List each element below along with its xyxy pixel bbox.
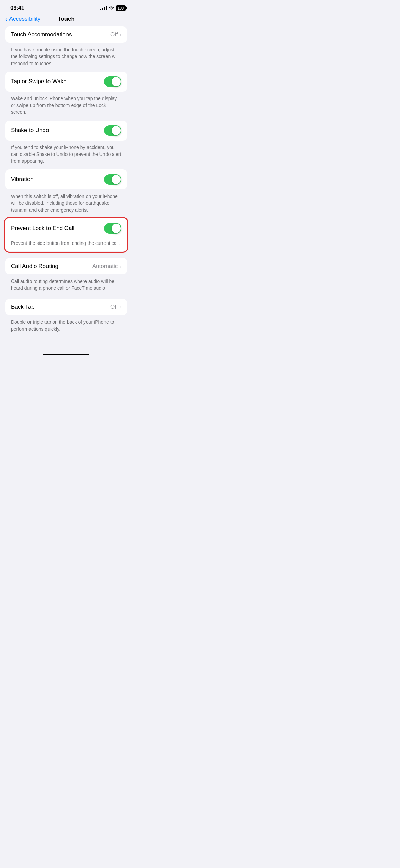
back-label: Accessibility	[9, 16, 41, 22]
back-tap-description: Double or triple tap on the back of your…	[0, 315, 132, 337]
vibration-row[interactable]: Vibration	[5, 169, 127, 189]
shake-to-undo-label: Shake to Undo	[11, 127, 49, 134]
toggle-knob	[112, 77, 121, 86]
back-tap-value: Off ›	[110, 304, 121, 310]
toggle-knob	[112, 126, 121, 135]
touch-accommodations-value: Off ›	[110, 31, 121, 38]
status-icons: 100	[100, 5, 126, 11]
back-tap-card: Back Tap Off ›	[5, 299, 127, 315]
call-audio-row[interactable]: Call Audio Routing Automatic ›	[5, 258, 127, 274]
back-tap-value-text: Off	[110, 304, 118, 310]
tap-or-swipe-toggle[interactable]	[104, 76, 121, 87]
tap-or-swipe-card: Tap or Swipe to Wake	[5, 72, 127, 92]
prevent-lock-row[interactable]: Prevent Lock to End Call	[11, 223, 121, 237]
touch-accommodations-row[interactable]: Touch Accommodations Off ›	[5, 26, 127, 43]
call-audio-value-text: Automatic	[92, 263, 118, 270]
prevent-lock-card: Prevent Lock to End Call Prevent the sid…	[5, 218, 127, 251]
vibration-label: Vibration	[11, 176, 34, 183]
status-time: 09:41	[10, 5, 24, 12]
touch-accommodations-label: Touch Accommodations	[11, 31, 72, 38]
vibration-card: Vibration	[5, 169, 127, 189]
prevent-lock-inner: Prevent Lock to End Call	[5, 218, 127, 237]
battery-level: 100	[118, 6, 124, 10]
tap-or-swipe-description: Wake and unlock iPhone when you tap the …	[0, 92, 132, 121]
shake-to-undo-card: Shake to Undo	[5, 121, 127, 141]
vibration-toggle[interactable]	[104, 174, 121, 185]
prevent-lock-toggle[interactable]	[104, 223, 121, 234]
call-audio-label: Call Audio Routing	[11, 263, 58, 270]
call-audio-value: Automatic ›	[92, 263, 121, 270]
content: Touch Accommodations Off › If you have t…	[0, 26, 132, 348]
toggle-knob	[112, 175, 121, 184]
call-audio-description: Call audio routing determines where audi…	[0, 274, 132, 296]
vibration-description: When this switch is off, all vibration o…	[0, 189, 132, 218]
page-title: Touch	[58, 16, 75, 22]
shake-to-undo-row[interactable]: Shake to Undo	[5, 121, 127, 141]
call-audio-card: Call Audio Routing Automatic ›	[5, 258, 127, 274]
tap-or-swipe-label: Tap or Swipe to Wake	[11, 78, 67, 85]
signal-icon	[100, 6, 107, 10]
chevron-right-icon: ›	[120, 304, 121, 310]
touch-screen-description: If you have trouble using the touch scre…	[0, 43, 132, 72]
back-button[interactable]: ‹ Accessibility	[5, 16, 40, 22]
battery-icon: 100	[116, 5, 126, 11]
toggle-knob	[112, 224, 121, 233]
chevron-right-icon: ›	[120, 32, 121, 37]
prevent-lock-label: Prevent Lock to End Call	[11, 225, 74, 232]
chevron-right-icon: ›	[120, 264, 121, 269]
home-bar	[43, 354, 89, 355]
tap-or-swipe-row[interactable]: Tap or Swipe to Wake	[5, 72, 127, 92]
shake-to-undo-toggle[interactable]	[104, 125, 121, 136]
back-tap-row[interactable]: Back Tap Off ›	[5, 299, 127, 315]
shake-to-undo-description: If you tend to shake your iPhone by acci…	[0, 141, 132, 169]
back-chevron-icon: ‹	[5, 16, 8, 22]
status-bar: 09:41 100	[0, 0, 132, 14]
prevent-lock-description: Prevent the side button from ending the …	[5, 237, 127, 251]
back-tap-label: Back Tap	[11, 304, 35, 310]
home-indicator	[0, 348, 132, 358]
nav-header: ‹ Accessibility Touch	[0, 14, 132, 26]
wifi-icon	[109, 5, 114, 11]
